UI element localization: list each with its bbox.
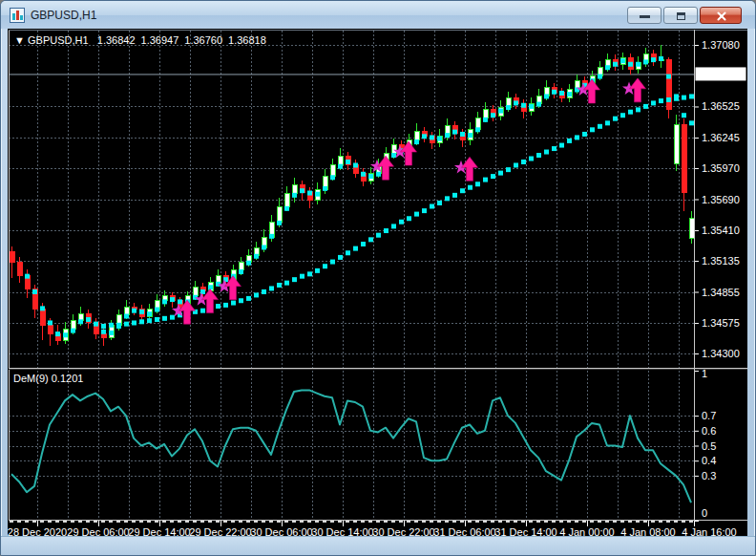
ma-fast-dot	[170, 297, 175, 302]
ma-fast-dot	[330, 175, 335, 180]
bear-candle	[101, 333, 106, 338]
symbol-dropdown-marker[interactable]: ▼	[14, 34, 25, 46]
ma-fast-dot	[178, 299, 182, 304]
bull-candle	[277, 207, 282, 223]
ma-slow-dot	[598, 124, 602, 129]
ma-fast-dot	[139, 310, 144, 314]
chart-window: GBPUSD,H1 1.370801.365251.362451.359701.…	[0, 0, 756, 556]
ma-slow-dot	[124, 322, 129, 327]
ma-fast-dot	[430, 135, 434, 139]
ma-slow-dot	[460, 188, 465, 193]
ma-slow-dot	[307, 271, 312, 276]
ma-slow-dot	[284, 281, 289, 286]
ma-fast-dot	[391, 153, 396, 158]
window-controls	[627, 7, 742, 24]
ma-fast-dot	[536, 102, 541, 107]
ma-fast-dot	[452, 130, 457, 135]
ma-slow-dot	[422, 208, 427, 213]
status-bar	[1, 536, 755, 555]
ma-fast-dot	[55, 331, 60, 336]
ma-fast-dot	[300, 188, 304, 193]
bull-candle	[483, 109, 488, 118]
ma-slow-dot	[689, 94, 694, 98]
ma-slow-dot	[659, 98, 663, 103]
ma-slow-dot	[452, 193, 457, 198]
ma-slow-dot	[346, 250, 350, 255]
ma-fast-dot	[368, 174, 373, 179]
ma-fast-dot	[521, 103, 526, 108]
ma-fast-dot	[147, 311, 152, 316]
bull-candle	[391, 145, 396, 154]
ma-fast-dot	[86, 317, 91, 322]
ma-fast-dot	[94, 322, 98, 327]
ma-slow-dot	[682, 96, 686, 100]
bull-candle	[216, 276, 220, 283]
ma-slow-dot	[521, 160, 526, 164]
bull-candle	[330, 164, 335, 176]
ma-slow-dot	[529, 157, 534, 161]
ma-fast-dot	[628, 62, 633, 67]
ma-fast-dot	[25, 274, 30, 279]
ma-slow-dot	[353, 246, 358, 251]
ma-slow-dot	[139, 319, 144, 324]
ma-fast-dot	[605, 65, 610, 70]
ma-slow-dot	[361, 242, 366, 246]
signals-layer	[172, 78, 646, 324]
ma-slow-dot	[399, 220, 404, 225]
grid	[9, 31, 694, 520]
ma-fast-dot	[292, 193, 297, 198]
ma-slow-dot	[223, 303, 228, 308]
chart-canvas[interactable]: 1.370801.365251.362451.359701.356901.354…	[8, 29, 747, 538]
ma-slow-dot	[162, 316, 167, 321]
ma-fast-dot	[376, 172, 381, 177]
ma-slow-dot	[231, 301, 236, 306]
ma-fast-dot	[506, 105, 511, 110]
ma-fast-dot	[338, 164, 343, 169]
ma-fast-dot	[620, 58, 625, 63]
ma-slow-dot	[666, 97, 671, 102]
price-axis[interactable]	[695, 30, 747, 520]
minimize-button[interactable]	[627, 7, 662, 24]
ma-fast-dot	[682, 113, 686, 118]
ma-slow-dot	[200, 309, 205, 313]
close-button[interactable]	[700, 7, 742, 24]
ma-fast-dot	[116, 324, 121, 329]
bull-candle	[78, 313, 83, 320]
ma-slow-dot	[391, 224, 396, 228]
ma-fast-dot	[254, 254, 259, 259]
ma-slow-dot	[514, 162, 518, 167]
window-title: GBPUSD,H1	[31, 9, 96, 22]
ma-slow-dot	[376, 233, 381, 238]
ma-fast-dot	[475, 127, 480, 132]
restore-button[interactable]	[663, 7, 698, 24]
ma-fast-dot	[132, 309, 136, 313]
ma-slow-dot	[575, 135, 579, 139]
ma-slow-dot	[552, 146, 556, 151]
ma-fast-dot	[445, 133, 450, 138]
ma-slow-dot	[292, 277, 297, 282]
bull-candle	[689, 218, 694, 238]
bear-candle	[17, 263, 22, 276]
ma-slow-dot	[636, 107, 640, 112]
ma-slow-dot	[414, 212, 419, 217]
bull-candle	[193, 287, 198, 295]
ma-fast-dot	[162, 299, 167, 304]
ma-fast-dot	[63, 332, 68, 337]
ma-slow-dot	[262, 289, 266, 294]
ma-fast-dot	[48, 320, 52, 325]
ma-fast-dot	[208, 285, 213, 289]
ma-slow-dot	[170, 315, 175, 320]
ma-fast-dot	[277, 221, 282, 225]
bull-candle	[239, 263, 243, 270]
title-bar[interactable]: GBPUSD,H1	[1, 1, 755, 29]
ma-slow-dot	[155, 317, 159, 322]
minimize-icon	[640, 15, 650, 18]
ma-fast-dot	[659, 56, 663, 61]
ma-fast-dot	[353, 162, 358, 167]
ma-slow-dot	[216, 304, 220, 309]
ma-fast-dot	[315, 192, 320, 197]
ma-slow-dot	[300, 274, 304, 279]
ma-slow-dot	[613, 117, 618, 121]
ma-slow-dot	[315, 268, 320, 273]
bear-candle	[682, 125, 686, 193]
